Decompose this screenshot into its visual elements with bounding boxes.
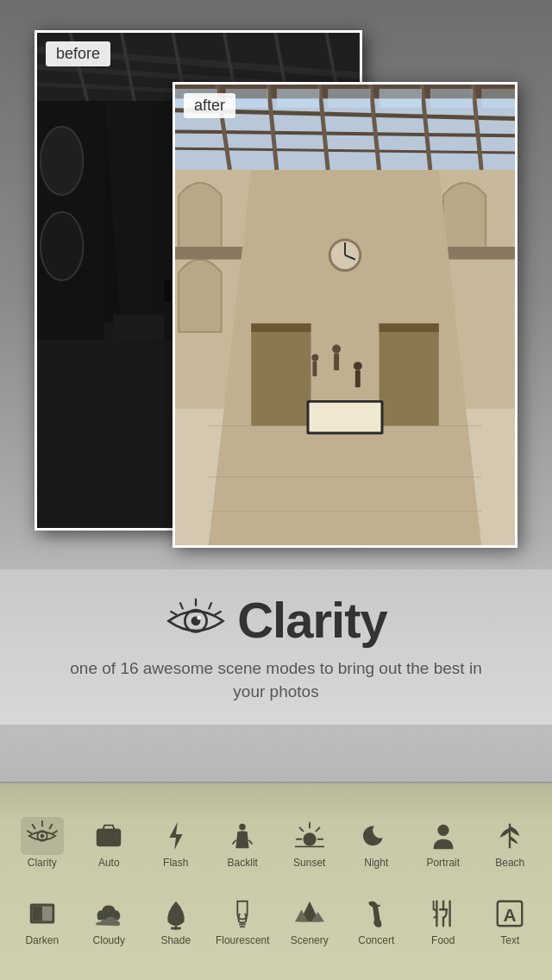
svg-rect-53 bbox=[251, 324, 310, 426]
portrait-icon-wrapper bbox=[422, 817, 465, 855]
svg-line-72 bbox=[216, 612, 221, 615]
toolbar-item-food[interactable]: Food bbox=[412, 895, 474, 946]
toolbar-item-flash[interactable]: Flash bbox=[145, 817, 207, 869]
svg-rect-46 bbox=[175, 247, 251, 260]
toolbar-item-clarity[interactable]: Clarity bbox=[11, 817, 73, 869]
svg-text:A: A bbox=[504, 904, 517, 924]
svg-line-70 bbox=[210, 604, 212, 609]
svg-point-57 bbox=[332, 345, 341, 354]
app-title-row: Clarity bbox=[165, 591, 387, 649]
toolbar-item-text[interactable]: A Text bbox=[479, 895, 541, 946]
svg-rect-55 bbox=[380, 324, 439, 426]
svg-point-88 bbox=[303, 833, 316, 846]
app-subtitle: one of 16 awesome scene modes to bring o… bbox=[60, 657, 492, 703]
clarity-label: Clarity bbox=[28, 857, 57, 869]
beach-label: Beach bbox=[495, 857, 524, 869]
text-icon-wrapper: A bbox=[488, 895, 531, 933]
svg-marker-49 bbox=[209, 170, 481, 545]
svg-point-95 bbox=[437, 825, 448, 836]
svg-line-71 bbox=[171, 612, 176, 615]
concert-label: Concert bbox=[358, 934, 394, 946]
svg-rect-54 bbox=[251, 324, 310, 332]
svg-rect-48 bbox=[439, 247, 515, 260]
auto-label: Auto bbox=[98, 857, 120, 869]
flash-label: Flash bbox=[163, 857, 188, 869]
toolbar-item-sunset[interactable]: Sunset bbox=[279, 817, 341, 869]
food-icon-wrapper bbox=[422, 895, 465, 933]
toolbar-item-night[interactable]: Night bbox=[345, 817, 407, 869]
shade-icon-wrapper bbox=[154, 895, 198, 933]
toolbar-item-auto[interactable]: Auto bbox=[78, 817, 140, 869]
svg-point-85 bbox=[107, 836, 110, 839]
svg-rect-60 bbox=[355, 370, 361, 387]
scenery-label: Scenery bbox=[291, 934, 329, 946]
svg-line-80 bbox=[53, 832, 57, 834]
cloudy-icon-wrapper bbox=[87, 895, 130, 933]
svg-rect-64 bbox=[309, 403, 380, 432]
svg-line-77 bbox=[32, 825, 34, 829]
clarity-icon-wrapper bbox=[21, 817, 64, 855]
before-label: before bbox=[46, 41, 110, 66]
branding-section: Clarity one of 16 awesome scene modes to… bbox=[0, 569, 552, 725]
toolbar-item-portrait[interactable]: Portrait bbox=[412, 817, 474, 869]
svg-rect-58 bbox=[334, 354, 339, 371]
night-icon-wrapper bbox=[354, 817, 398, 855]
app-title: Clarity bbox=[237, 591, 387, 649]
toolbar-item-concert[interactable]: Concert bbox=[345, 895, 407, 946]
svg-marker-86 bbox=[169, 822, 182, 850]
toolbar-item-cloudy[interactable]: Cloudy bbox=[78, 895, 140, 946]
photo-after: after bbox=[172, 82, 518, 548]
svg-rect-43 bbox=[430, 89, 473, 108]
toolbar-item-backlit[interactable]: Backlit bbox=[211, 817, 273, 869]
svg-rect-40 bbox=[277, 89, 319, 108]
svg-line-92 bbox=[299, 828, 303, 832]
svg-line-79 bbox=[28, 832, 32, 834]
svg-point-82 bbox=[40, 834, 44, 839]
backlit-icon-wrapper bbox=[221, 817, 264, 855]
toolbar-item-shade[interactable]: Shade bbox=[145, 895, 207, 946]
svg-rect-62 bbox=[312, 361, 317, 376]
shade-label: Shade bbox=[160, 934, 191, 946]
svg-point-75 bbox=[198, 616, 202, 620]
beach-icon-wrapper bbox=[488, 817, 531, 855]
flourescent-label: Flourescent bbox=[216, 934, 270, 946]
text-label: Text bbox=[500, 934, 519, 946]
concert-icon-wrapper bbox=[354, 895, 398, 933]
cloudy-label: Cloudy bbox=[93, 934, 125, 946]
svg-point-87 bbox=[239, 824, 246, 831]
auto-icon-wrapper bbox=[87, 817, 130, 855]
toolbar-row-2: Darken Cloudy Shade bbox=[9, 895, 543, 946]
portrait-label: Portrait bbox=[426, 857, 460, 869]
svg-rect-42 bbox=[380, 89, 422, 108]
svg-point-59 bbox=[354, 361, 362, 370]
scenery-icon-wrapper bbox=[288, 895, 331, 933]
toolbar-item-beach[interactable]: Beach bbox=[479, 817, 541, 869]
svg-rect-56 bbox=[380, 324, 439, 332]
sunset-icon-wrapper bbox=[288, 817, 331, 855]
night-label: Night bbox=[364, 857, 388, 869]
svg-line-69 bbox=[180, 604, 183, 609]
flourescent-icon-wrapper bbox=[221, 895, 264, 933]
toolbar-item-darken[interactable]: Darken bbox=[11, 895, 73, 946]
flash-icon-wrapper bbox=[154, 817, 198, 855]
app-eye-icon bbox=[165, 597, 227, 642]
sunset-label: Sunset bbox=[293, 857, 325, 869]
photo-comparison: before bbox=[0, 0, 552, 569]
svg-line-93 bbox=[316, 828, 319, 832]
svg-rect-41 bbox=[328, 89, 370, 108]
toolbar: Clarity Auto Flash bbox=[0, 782, 552, 980]
svg-line-78 bbox=[49, 825, 52, 829]
svg-rect-99 bbox=[32, 906, 41, 920]
svg-rect-44 bbox=[481, 89, 515, 108]
backlit-label: Backlit bbox=[228, 857, 258, 869]
darken-icon-wrapper bbox=[21, 895, 64, 933]
toolbar-item-scenery[interactable]: Scenery bbox=[279, 895, 341, 946]
food-label: Food bbox=[431, 934, 455, 946]
toolbar-row-1: Clarity Auto Flash bbox=[9, 817, 543, 869]
darken-label: Darken bbox=[25, 934, 59, 946]
after-label: after bbox=[184, 93, 235, 118]
toolbar-item-flourescent[interactable]: Flourescent bbox=[211, 895, 273, 946]
svg-point-61 bbox=[311, 354, 318, 361]
